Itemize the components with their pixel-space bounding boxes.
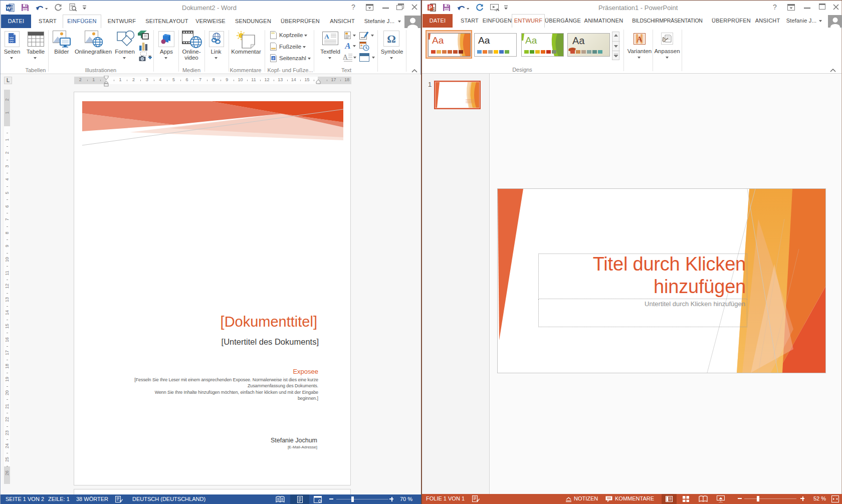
svg-text:A: A [637, 35, 643, 43]
svg-text:Ω: Ω [387, 33, 396, 45]
svg-text:P: P [429, 5, 432, 11]
svg-text:Aa: Aa [525, 35, 537, 46]
svg-text:W: W [7, 6, 11, 11]
svg-text:Aa: Aa [432, 35, 444, 46]
svg-text:Aa: Aa [572, 35, 585, 46]
svg-text:#: # [273, 57, 275, 60]
svg-text:Aa: Aa [478, 35, 490, 46]
svg-text:A: A [324, 33, 329, 40]
svg-text:A: A [344, 41, 350, 50]
